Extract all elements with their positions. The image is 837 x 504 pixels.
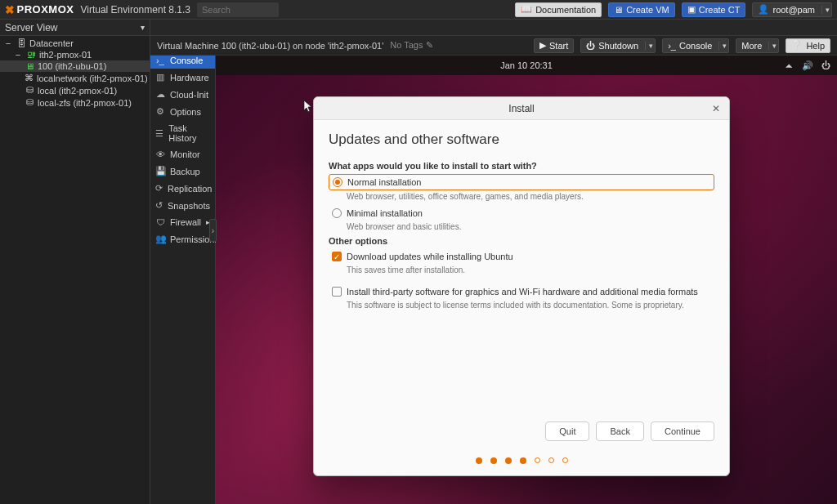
ubuntu-installer-window: Install ✕ Updates and other software Wha… bbox=[313, 96, 730, 476]
installer-window-title: Install bbox=[508, 103, 534, 114]
third-party-checkbox[interactable]: Install third-party software for graphic… bbox=[329, 284, 714, 299]
server-view-selector[interactable]: Server View ▾ bbox=[0, 20, 150, 35]
tab-replication[interactable]: ⟳Replication bbox=[150, 180, 215, 197]
tree-node[interactable]: −🖳ith2-pmox-01 bbox=[0, 49, 150, 60]
quit-button[interactable]: Quit bbox=[545, 421, 589, 441]
installer-footer: Quit Back Continue bbox=[314, 413, 729, 453]
shield-icon: 🛡 bbox=[155, 217, 165, 227]
sync-icon: ⟳ bbox=[155, 183, 163, 194]
create-vm-button[interactable]: 🖥 Create VM bbox=[608, 2, 675, 17]
gear-icon: ⚙ bbox=[155, 106, 165, 117]
chevron-down-icon: ▾ bbox=[141, 23, 145, 32]
help-icon: ❔ bbox=[791, 40, 803, 51]
save-icon: 💾 bbox=[155, 166, 165, 176]
apps-question: What apps would you like to install to s… bbox=[329, 161, 714, 171]
dot-icon bbox=[520, 457, 526, 464]
ve-subtitle: Virtual Environment 8.1.3 bbox=[80, 4, 190, 16]
documentation-button[interactable]: 📖 Documentation bbox=[515, 2, 602, 17]
create-ct-button[interactable]: ▣ Create CT bbox=[682, 2, 746, 17]
guest-console[interactable]: › Jan 10 20:31 ⏶ 🔊 ⏻ Install ✕ Updates a… bbox=[216, 56, 837, 504]
progress-dots bbox=[314, 453, 729, 475]
checkbox-icon: ✓ bbox=[332, 252, 342, 261]
tab-hardware[interactable]: ▥Hardware bbox=[150, 69, 215, 86]
disk-icon: ⛁ bbox=[25, 97, 34, 108]
chevron-down-icon: ▾ bbox=[768, 42, 777, 50]
start-button[interactable]: ▶Start bbox=[534, 38, 574, 53]
book-icon: 📖 bbox=[521, 4, 532, 15]
user-icon: 👤 bbox=[758, 4, 769, 15]
radio-icon bbox=[332, 208, 342, 218]
tab-monitor[interactable]: 👁Monitor bbox=[150, 146, 215, 163]
chevron-down-icon: ▾ bbox=[645, 42, 653, 50]
continue-button[interactable]: Continue bbox=[651, 421, 714, 441]
secondary-bar: Server View ▾ bbox=[0, 20, 837, 36]
checkbox-icon bbox=[332, 287, 342, 297]
normal-install-radio[interactable]: Normal installation bbox=[329, 174, 714, 190]
tab-firewall[interactable]: 🛡Firewall▸ bbox=[150, 214, 215, 230]
volume-icon[interactable]: 🔊 bbox=[802, 60, 813, 71]
vm-title: Virtual Machine 100 (ith2-ubu-01) on nod… bbox=[157, 41, 383, 51]
back-button[interactable]: Back bbox=[596, 421, 643, 441]
tree-local-zfs-storage[interactable]: ⛁local-zfs (ith2-pmox-01) bbox=[0, 96, 150, 109]
normal-install-desc: Web browser, utilities, office software,… bbox=[329, 190, 714, 206]
terminal-icon: ›_ bbox=[668, 41, 676, 51]
tree-local-storage[interactable]: ⛁local (ith2-pmox-01) bbox=[0, 84, 150, 96]
close-button[interactable]: ✕ bbox=[709, 102, 723, 115]
minus-icon: − bbox=[13, 50, 23, 60]
list-icon: ☰ bbox=[155, 128, 163, 139]
guest-topbar: Jan 10 20:31 ⏶ 🔊 ⏻ bbox=[216, 56, 837, 75]
console-button[interactable]: ›_Console▾ bbox=[662, 38, 729, 53]
tree-localnetwork[interactable]: ⌘localnetwork (ith2-pmox-01) bbox=[0, 72, 150, 84]
tab-snapshots[interactable]: ↺Snapshots bbox=[150, 197, 215, 214]
third-party-desc: This software is subject to license term… bbox=[329, 299, 714, 314]
resource-tree: −🗄Datacenter −🖳ith2-pmox-01 🖥100 (ith2-u… bbox=[0, 36, 150, 504]
novnc-side-handle[interactable]: › bbox=[209, 219, 217, 242]
chevron-down-icon: ▾ bbox=[718, 42, 727, 50]
installer-titlebar[interactable]: Install ✕ bbox=[314, 97, 729, 120]
tab-cloud-init[interactable]: ☁Cloud-Init bbox=[150, 86, 215, 103]
vm-header-bar: Virtual Machine 100 (ith2-ubu-01) on nod… bbox=[150, 36, 837, 56]
tab-permissions[interactable]: 👥Permissions bbox=[150, 230, 215, 248]
radio-icon bbox=[333, 177, 342, 187]
tab-options[interactable]: ⚙Options bbox=[150, 103, 215, 120]
proxmox-topbar: ✖ PROXMOX Virtual Environment 8.1.3 📖 Do… bbox=[0, 0, 837, 20]
play-icon: ▶ bbox=[539, 40, 546, 51]
more-button[interactable]: More▾ bbox=[736, 38, 779, 53]
help-button[interactable]: ❔Help bbox=[786, 38, 830, 53]
download-updates-checkbox[interactable]: ✓ Download updates while installing Ubun… bbox=[329, 249, 714, 264]
history-icon: ↺ bbox=[155, 200, 163, 211]
brand-logo: ✖ PROXMOX bbox=[5, 3, 74, 16]
guest-clock: Jan 10 20:31 bbox=[500, 60, 553, 70]
no-tags-label[interactable]: No Tags ✎ bbox=[390, 40, 432, 51]
minimal-install-desc: Web browser and basic utilities. bbox=[329, 221, 714, 236]
minimal-install-radio[interactable]: Minimal installation bbox=[329, 206, 714, 221]
chevron-down-icon: ▾ bbox=[821, 6, 830, 14]
monitor-icon: 🖥 bbox=[614, 5, 623, 15]
brand-name: PROXMOX bbox=[17, 3, 74, 16]
terminal-icon: ›_ bbox=[155, 56, 165, 65]
tree-vm-100[interactable]: 🖥100 (ith2-ubu-01) bbox=[0, 60, 150, 72]
node-icon: 🖳 bbox=[26, 50, 36, 60]
dot-icon bbox=[562, 457, 568, 463]
user-menu-button[interactable]: 👤 root@pam ▾ bbox=[752, 2, 832, 17]
tree-datacenter[interactable]: −🗄Datacenter bbox=[0, 38, 150, 49]
brand-x-icon: ✖ bbox=[5, 3, 16, 16]
minus-icon: − bbox=[3, 38, 13, 48]
network-icon: ⌘ bbox=[25, 73, 34, 83]
dot-icon bbox=[505, 457, 512, 464]
disk-icon: ⛁ bbox=[25, 85, 34, 96]
chip-icon: ▥ bbox=[155, 72, 165, 83]
shutdown-button[interactable]: ⏻Shutdown▾ bbox=[580, 38, 656, 53]
other-options-header: Other options bbox=[329, 236, 714, 246]
users-icon: 👥 bbox=[155, 234, 165, 244]
global-search-input[interactable] bbox=[197, 2, 279, 17]
cloud-icon: ☁ bbox=[155, 89, 165, 100]
power-icon[interactable]: ⏻ bbox=[821, 60, 830, 71]
cube-icon: ▣ bbox=[687, 4, 696, 15]
dot-icon bbox=[490, 457, 497, 464]
vm-side-nav: 🗎Summary ›_Console ▥Hardware ☁Cloud-Init… bbox=[150, 36, 216, 504]
dot-icon bbox=[476, 457, 482, 464]
network-icon[interactable]: ⏶ bbox=[785, 60, 794, 71]
tab-task-history[interactable]: ☰Task History bbox=[150, 120, 215, 146]
tab-backup[interactable]: 💾Backup bbox=[150, 163, 215, 180]
